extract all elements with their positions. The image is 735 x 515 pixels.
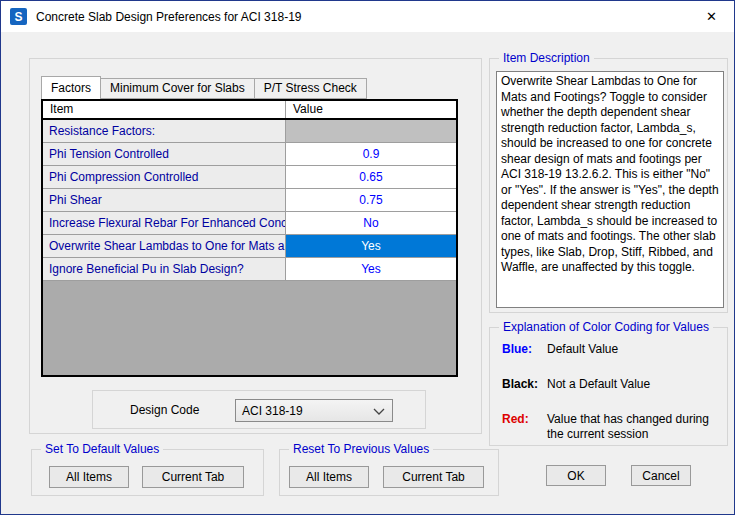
reset-all-items-button[interactable]: All Items [289, 466, 369, 488]
table-row[interactable]: Phi Tension Controlled 0.9 [43, 143, 456, 166]
reset-previous-values-group: Reset To Previous Values All Items Curre… [279, 449, 499, 496]
row-item-label: Phi Tension Controlled [43, 143, 286, 165]
design-code-panel: Design Code ACI 318-19 [92, 390, 426, 429]
window-title: Concrete Slab Design Preferences for ACI… [36, 10, 301, 24]
chevron-down-icon [373, 404, 385, 418]
close-icon[interactable]: ✕ [689, 1, 734, 32]
row-value-cell[interactable]: Yes [286, 258, 456, 280]
row-value-cell-selected[interactable]: Yes [286, 235, 456, 257]
color-coding-entry-blue: Blue: Default Value [502, 342, 720, 357]
design-code-value: ACI 318-19 [242, 404, 303, 418]
design-code-label: Design Code [130, 403, 199, 417]
item-description-text: Overwrite Shear Lambdas to One for Mats … [496, 71, 724, 308]
tab-pt-stress-check[interactable]: P/T Stress Check [254, 78, 367, 99]
blue-description: Default Value [547, 342, 618, 357]
tab-factors[interactable]: Factors [41, 76, 101, 99]
tab-minimum-cover-for-slabs[interactable]: Minimum Cover for Slabs [100, 78, 255, 99]
blue-key: Blue: [502, 342, 547, 357]
table-row[interactable]: Phi Shear 0.75 [43, 189, 456, 212]
row-item-label: Phi Compression Controlled [43, 166, 286, 188]
table-row[interactable]: Increase Flexural Rebar For Enhanced Con… [43, 212, 456, 235]
table-row[interactable]: Phi Compression Controlled 0.65 [43, 166, 456, 189]
table-row[interactable]: Ignore Beneficial Pu in Slab Design? Yes [43, 258, 456, 281]
set-default-all-items-button[interactable]: All Items [49, 466, 129, 488]
table-header: Item Value [43, 101, 456, 120]
color-coding-entry-red: Red: Value that has changed during the c… [502, 412, 720, 442]
dialog-window: S Concrete Slab Design Preferences for A… [0, 0, 735, 515]
design-code-dropdown[interactable]: ACI 318-19 [235, 399, 393, 422]
set-default-values-group: Set To Default Values All Items Current … [31, 449, 264, 496]
app-icon-letter: S [14, 10, 22, 24]
preferences-table: Item Value Resistance Factors: Phi Tensi… [41, 99, 458, 377]
red-key: Red: [502, 412, 547, 442]
row-value-cell[interactable]: 0.65 [286, 166, 456, 188]
item-description-group: Item Description Overwrite Shear Lambdas… [489, 58, 728, 313]
red-description: Value that has changed during the curren… [547, 412, 717, 442]
color-coding-title: Explanation of Color Coding for Values [499, 320, 713, 335]
row-item-label: Resistance Factors: [43, 120, 286, 142]
black-key: Black: [502, 377, 547, 392]
item-description-title: Item Description [499, 51, 594, 66]
set-default-values-title: Set To Default Values [41, 442, 163, 457]
column-header-value: Value [286, 101, 456, 118]
cancel-button[interactable]: Cancel [631, 465, 691, 486]
row-value-cell[interactable] [286, 120, 456, 142]
black-description: Not a Default Value [547, 377, 650, 392]
app-icon: S [10, 8, 27, 25]
color-coding-entry-black: Black: Not a Default Value [502, 377, 720, 392]
row-value-cell[interactable]: No [286, 212, 456, 234]
color-coding-group: Explanation of Color Coding for Values B… [489, 327, 728, 446]
column-header-item: Item [43, 101, 286, 118]
reset-current-tab-button[interactable]: Current Tab [383, 466, 484, 488]
table-row[interactable]: Resistance Factors: [43, 120, 456, 143]
table-row-selected[interactable]: Overwrite Shear Lambdas to One for Mats … [43, 235, 456, 258]
titlebar: S Concrete Slab Design Preferences for A… [1, 1, 734, 32]
row-item-label: Overwrite Shear Lambdas to One for Mats … [43, 235, 286, 257]
ok-button[interactable]: OK [546, 465, 606, 486]
row-item-label: Increase Flexural Rebar For Enhanced Con… [43, 212, 286, 234]
reset-previous-values-title: Reset To Previous Values [289, 442, 433, 457]
row-item-label: Ignore Beneficial Pu in Slab Design? [43, 258, 286, 280]
tab-strip: Factors Minimum Cover for Slabs P/T Stre… [41, 76, 367, 99]
row-value-cell[interactable]: 0.9 [286, 143, 456, 165]
main-panel: Factors Minimum Cover for Slabs P/T Stre… [29, 58, 482, 434]
set-default-current-tab-button[interactable]: Current Tab [142, 466, 244, 488]
row-item-label: Phi Shear [43, 189, 286, 211]
row-value-cell[interactable]: 0.75 [286, 189, 456, 211]
